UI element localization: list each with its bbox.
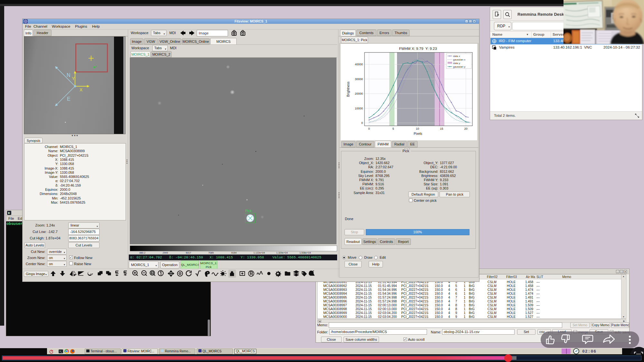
svg-text:40000: 40000 (355, 63, 363, 66)
svg-text:20000: 20000 (355, 92, 363, 95)
svg-text:0: 0 (361, 121, 363, 125)
svg-text:gaussian x: gaussian x (453, 58, 465, 61)
svg-text:Y: Y (72, 76, 75, 81)
svg-text:data x: data x (453, 55, 460, 58)
svg-text:15: 15 (440, 127, 443, 130)
svg-text:Pixels: Pixels (414, 132, 422, 135)
svg-text:20: 20 (464, 127, 468, 130)
svg-text:30000: 30000 (355, 78, 363, 81)
svg-text:10: 10 (416, 127, 419, 130)
svg-text:gaussian y: gaussian y (453, 65, 465, 68)
svg-text:E: E (67, 96, 71, 102)
svg-text:Brightness: Brightness (346, 81, 350, 97)
svg-text:data y: data y (453, 62, 460, 65)
svg-text:FWHM X: 9.79 Y: 9.23: FWHM X: 9.79 Y: 9.23 (399, 47, 437, 51)
svg-text:0: 0 (368, 127, 370, 130)
svg-text:5: 5 (393, 127, 394, 130)
svg-text:N: N (67, 72, 71, 78)
svg-text:X: X (80, 87, 83, 92)
svg-text:10000: 10000 (355, 107, 363, 110)
